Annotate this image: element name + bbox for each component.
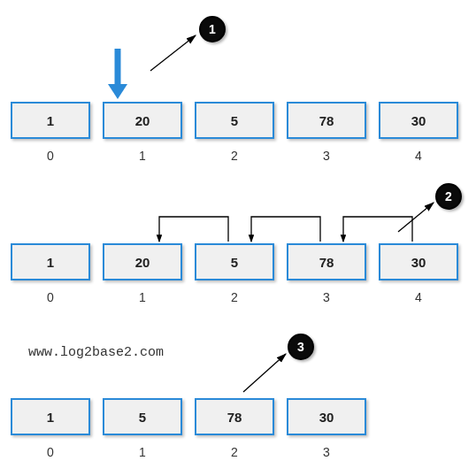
cell-value: 1 [47,255,54,270]
array-index: 4 [379,149,458,163]
cell-value: 5 [231,113,238,128]
step-badge-1: 1 [199,16,226,42]
shift-arc [343,217,412,242]
array-cell: 30 [379,102,458,139]
cell-value: 20 [135,255,150,270]
step-badge-3-label: 3 [297,340,304,354]
array-cell: 30 [379,243,458,280]
array-index: 1 [103,149,182,163]
array-cell: 5 [195,102,274,139]
watermark-text: www.log2base2.com [28,345,164,360]
array-cell: 78 [287,243,366,280]
index-row-2: 0 1 2 3 4 [11,290,458,304]
cell-value: 30 [411,113,426,128]
cell-value: 78 [227,410,242,425]
cell-value: 30 [411,255,426,270]
pointer-to-badge-1 [150,35,196,71]
array-step-2: 1 20 5 78 30 [11,243,458,280]
index-row-1: 0 1 2 3 4 [11,149,458,163]
array-cell: 78 [287,102,366,139]
array-index: 3 [287,149,366,163]
index-row-3: 0 1 2 3 [11,445,366,459]
array-index: 0 [11,290,90,304]
array-index: 0 [11,445,90,459]
array-index: 3 [287,290,366,304]
array-index: 1 [103,290,182,304]
cell-value: 5 [231,255,238,270]
cell-value: 78 [319,113,334,128]
cell-value: 78 [319,255,334,270]
step-badge-2-label: 2 [445,189,452,203]
shift-arc [159,217,228,242]
array-index: 0 [11,149,90,163]
array-index: 4 [379,290,458,304]
step-badge-2: 2 [435,183,462,210]
cell-value: 20 [135,113,150,128]
cell-value: 30 [319,410,334,425]
array-step-3: 1 5 78 30 [11,398,366,435]
shift-arc [251,217,320,242]
array-cell: 20 [103,243,182,280]
step-badge-1-label: 1 [209,22,216,36]
array-cell: 78 [195,398,274,435]
step-badge-3: 3 [288,334,314,360]
cell-value: 5 [139,410,146,425]
array-index: 3 [287,445,366,459]
array-index: 2 [195,290,274,304]
array-cell: 1 [11,102,90,139]
array-cell: 20 [103,102,182,139]
svg-marker-1 [108,84,127,99]
pointer-to-badge-2 [398,203,434,232]
blue-down-arrow-icon [108,49,127,99]
pointer-to-badge-3 [243,354,286,392]
array-cell: 5 [103,398,182,435]
cell-value: 1 [47,410,54,425]
array-step-1: 1 20 5 78 30 [11,102,458,139]
array-cell: 5 [195,243,274,280]
array-index: 2 [195,149,274,163]
array-cell: 30 [287,398,366,435]
cell-value: 1 [47,113,54,128]
array-cell: 1 [11,398,90,435]
array-cell: 1 [11,243,90,280]
array-index: 1 [103,445,182,459]
array-index: 2 [195,445,274,459]
